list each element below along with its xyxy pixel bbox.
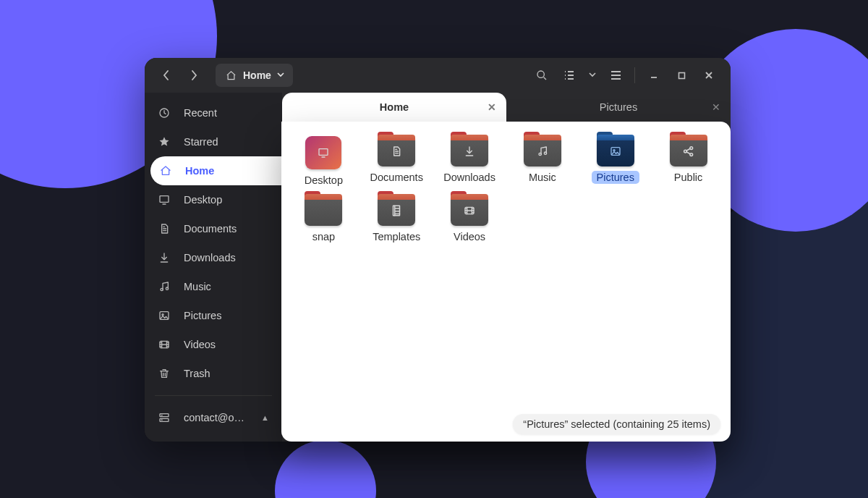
file-label: Desktop <box>299 174 348 187</box>
file-grid: DesktopDocumentsDownloadsMusicPicturesPu… <box>289 133 723 246</box>
file-music[interactable]: Music <box>508 133 577 190</box>
titlebar: Home <box>145 58 731 93</box>
svg-rect-1 <box>678 72 684 78</box>
svg-rect-13 <box>319 149 328 156</box>
file-label: snap <box>307 230 340 243</box>
server-icon <box>158 412 171 423</box>
share-icon <box>670 136 707 166</box>
forward-button[interactable] <box>182 64 205 87</box>
file-label: Music <box>524 171 561 184</box>
close-icon[interactable]: ✕ <box>488 101 496 113</box>
svg-point-5 <box>166 287 168 290</box>
content-panel: DesktopDocumentsDownloadsMusicPicturesPu… <box>281 122 731 442</box>
close-button[interactable] <box>697 64 720 87</box>
svg-point-17 <box>613 150 615 151</box>
file-snap[interactable]: snap <box>289 193 358 246</box>
trash-icon <box>158 368 171 379</box>
sidebar-item-documents[interactable]: Documents <box>145 214 282 243</box>
file-documents[interactable]: Documents <box>362 133 431 190</box>
music-icon <box>524 136 561 166</box>
home-icon <box>224 70 237 81</box>
sidebar-item-label: Music <box>184 281 211 292</box>
file-label: Videos <box>448 230 490 243</box>
sidebar-item-label: Pictures <box>184 310 221 321</box>
maximize-button[interactable] <box>670 64 693 87</box>
template-icon <box>378 195 415 226</box>
doc-icon <box>378 136 415 166</box>
file-videos[interactable]: Videos <box>435 193 504 246</box>
folder-icon <box>451 195 488 226</box>
folder-icon <box>378 195 415 226</box>
sidebar-separator <box>155 395 272 396</box>
breadcrumb-location: Home <box>243 69 271 81</box>
sidebar-item-music[interactable]: Music <box>145 272 282 301</box>
search-button[interactable] <box>530 64 553 87</box>
view-list-button[interactable] <box>558 64 581 87</box>
tab-home[interactable]: Home ✕ <box>282 93 506 122</box>
desktop-icon <box>305 136 341 169</box>
sidebar-mount-label: contact@o… <box>184 412 244 423</box>
titlebar-divider <box>634 67 635 83</box>
folder-icon <box>305 136 341 169</box>
tab-bar: Home ✕ Pictures ✕ <box>282 93 731 122</box>
sidebar-item-recent[interactable]: Recent <box>145 98 282 127</box>
breadcrumb[interactable]: Home <box>216 64 293 87</box>
tab-label: Home <box>380 101 409 113</box>
file-label: Documents <box>365 171 428 184</box>
file-public[interactable]: Public <box>654 133 723 190</box>
file-label: Downloads <box>438 171 501 184</box>
folder-icon <box>524 136 561 166</box>
back-button[interactable] <box>155 64 178 87</box>
minimize-button[interactable] <box>642 64 665 87</box>
folder-icon <box>597 136 634 166</box>
svg-point-4 <box>161 288 163 290</box>
sidebar-mount[interactable]: contact@o… ▲ <box>145 403 282 432</box>
file-label: Templates <box>367 230 425 243</box>
sidebar-item-videos[interactable]: Videos <box>145 330 282 359</box>
video-icon <box>158 339 171 350</box>
svg-point-12 <box>161 420 162 421</box>
image-icon <box>597 136 634 166</box>
folder-icon <box>451 136 488 166</box>
svg-point-15 <box>544 152 546 154</box>
svg-point-11 <box>161 415 162 415</box>
main-panel: Home ✕ Pictures ✕ DesktopDocumentsDownlo… <box>282 93 731 442</box>
folder-icon <box>305 195 342 226</box>
sidebar-item-starred[interactable]: Starred <box>145 127 282 156</box>
sidebar-item-label: Home <box>185 165 214 177</box>
file-downloads[interactable]: Downloads <box>435 133 504 190</box>
sidebar-item-desktop[interactable]: Desktop <box>145 185 282 214</box>
tab-pictures[interactable]: Pictures ✕ <box>506 93 731 122</box>
sidebar-item-pictures[interactable]: Pictures <box>145 301 282 330</box>
file-desktop[interactable]: Desktop <box>289 133 358 190</box>
sidebar-item-label: Desktop <box>184 194 222 206</box>
file-label: Public <box>669 171 708 184</box>
hamburger-menu-button[interactable] <box>604 64 627 87</box>
status-text: “Pictures” selected (containing 25 items… <box>523 418 710 430</box>
music-icon <box>158 281 171 292</box>
home-icon <box>159 165 172 177</box>
eject-icon[interactable]: ▲ <box>261 413 269 422</box>
folder-icon <box>670 136 707 166</box>
clock-icon <box>158 107 171 119</box>
sidebar-item-label: Videos <box>184 339 216 350</box>
desktop-icon <box>158 194 171 206</box>
svg-point-0 <box>537 71 544 77</box>
view-dropdown-button[interactable] <box>585 64 600 87</box>
sidebar: RecentStarredHomeDesktopDocumentsDownloa… <box>145 93 282 442</box>
download-icon <box>158 252 171 263</box>
status-bar: “Pictures” selected (containing 25 items… <box>513 414 720 434</box>
video-icon <box>451 195 488 226</box>
sidebar-item-label: Trash <box>184 368 210 379</box>
svg-point-14 <box>539 153 541 155</box>
sidebar-item-trash[interactable]: Trash <box>145 359 282 388</box>
file-templates[interactable]: Templates <box>362 193 431 246</box>
background-blob <box>275 440 376 498</box>
file-pictures[interactable]: Pictures <box>581 133 650 190</box>
sidebar-item-label: Recent <box>184 107 217 119</box>
file-label: Pictures <box>592 171 639 184</box>
close-icon[interactable]: ✕ <box>712 101 720 113</box>
chevron-down-icon <box>277 72 284 78</box>
sidebar-item-downloads[interactable]: Downloads <box>145 243 282 272</box>
image-icon <box>158 310 171 321</box>
